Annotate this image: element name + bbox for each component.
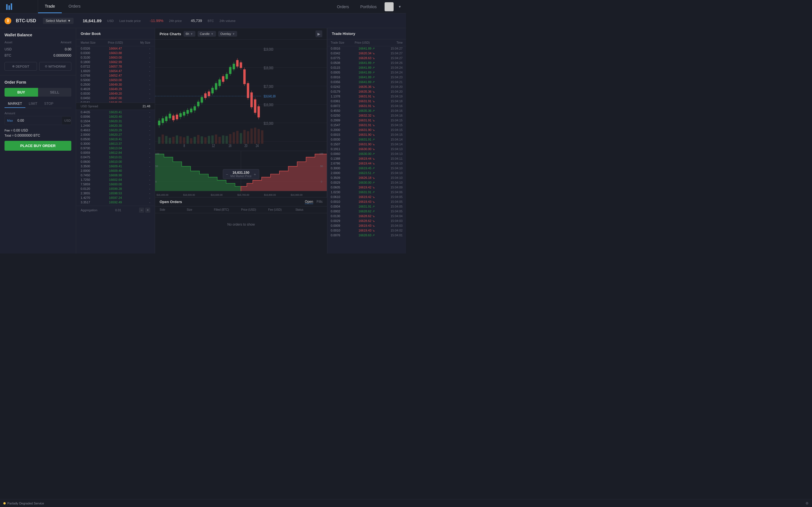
aggregation-increase-button[interactable]: +	[145, 208, 150, 213]
list-item: 0.300016619.45 ↗15:04:10	[327, 166, 406, 171]
table-row[interactable]: 1.427016597.24-	[76, 195, 155, 200]
list-item: 0.150716631.90 ↘15:04:14	[327, 142, 406, 147]
wallet-row-btc: BTC 0.00000000	[4, 52, 71, 59]
chevron-down-icon[interactable]: ▼	[398, 5, 402, 9]
timeframe-selector[interactable]: 6h ▼	[184, 31, 195, 37]
depth-minus-button[interactable]: −	[226, 172, 228, 176]
nav-orders-button[interactable]: Orders	[334, 4, 352, 9]
table-row[interactable]: 0.970016613.04-	[76, 146, 155, 151]
svg-rect-34	[247, 131, 249, 144]
table-row[interactable]: 1.692016654.47-	[76, 69, 155, 73]
table-row[interactable]: 0.482816649.29-	[76, 87, 155, 91]
tab-open-orders[interactable]: Open	[305, 200, 313, 204]
svg-rect-16	[183, 137, 185, 144]
table-row[interactable]: 0.250016649.30-	[76, 82, 155, 87]
list-item: 0.138816619.44 ↘15:04:11	[327, 156, 406, 161]
wallet-row-usd: USD 0.00	[4, 46, 71, 52]
table-row[interactable]: 0.003016649.20-	[76, 91, 155, 96]
svg-rect-29	[229, 134, 232, 144]
charts-orders-area: Price Charts 6h ▼ Candle ▼ Overlay ▼ ▶	[155, 28, 327, 253]
table-row[interactable]: 0.466316620.29-	[76, 128, 155, 132]
buy-button[interactable]: BUY	[4, 88, 38, 97]
table-row[interactable]: 2.000016620.27-	[76, 132, 155, 137]
svg-rect-62	[197, 102, 199, 106]
list-item: 1.023016631.91 ↗15:04:06	[327, 190, 406, 194]
list-item: 0.001016619.43 ↘15:04:02	[327, 228, 406, 233]
svg-rect-9	[158, 137, 160, 144]
user-avatar[interactable]	[385, 2, 394, 11]
select-market-button[interactable]: Select Market ▼	[43, 18, 73, 24]
wallet-title: Wallet Balance	[4, 33, 71, 37]
table-row[interactable]: 0.745016608.90-	[76, 173, 155, 177]
table-row[interactable]: 2.000016609.40-	[76, 168, 155, 173]
tab-stop[interactable]: STOP	[41, 100, 57, 108]
svg-rect-90	[247, 83, 249, 98]
chart-expand-button[interactable]: ▶	[315, 31, 322, 37]
table-row[interactable]: 0.443516620.41-	[76, 110, 155, 114]
table-row[interactable]: 0.076816652.47-	[76, 73, 155, 78]
svg-rect-64	[201, 97, 203, 103]
svg-rect-12	[168, 138, 171, 144]
table-row[interactable]: 0.012016599.28-	[76, 186, 155, 191]
order-book-panel: Order Book Market Size Price (USD) My Si…	[76, 28, 155, 253]
table-row[interactable]: 3.350016609.41-	[76, 164, 155, 168]
list-item: 0.036116631.91 ↘15:04:18	[327, 99, 406, 104]
withdraw-button[interactable]: ⊙ WITHDRAW	[39, 62, 71, 71]
table-row[interactable]: 0.310016663.00-	[76, 55, 155, 60]
tab-limit[interactable]: LIMIT	[26, 100, 41, 108]
svg-rect-32	[240, 133, 242, 144]
list-item: 0.002916630.00 ↗15:04:10	[327, 180, 406, 185]
nav-portfolios-button[interactable]: Portfolios	[357, 4, 380, 9]
depth-plus-button[interactable]: +	[254, 172, 256, 176]
sell-button[interactable]: SELL	[38, 88, 71, 97]
table-row[interactable]: 0.150416620.31-	[76, 119, 155, 123]
list-item: 1.137816631.91 ↘15:04:19	[327, 94, 406, 99]
table-row[interactable]: 0.300016613.37-	[76, 142, 155, 146]
table-row[interactable]: 1.725016602.64-	[76, 177, 155, 182]
overlay-selector[interactable]: Overlay ▼	[218, 31, 238, 37]
chart-type-selector[interactable]: Candle ▼	[198, 31, 216, 37]
wallet-asset-header: Asset	[4, 41, 12, 44]
oo-col-filled: Filled (BTC)	[214, 208, 241, 211]
aggregation-row: Aggregation 0.01 − +	[76, 206, 155, 214]
svg-rect-36	[254, 128, 256, 144]
table-row[interactable]: 0.500016650.00-	[76, 78, 155, 82]
tab-fills[interactable]: Fills	[317, 200, 322, 204]
table-row[interactable]: 0.050016619.41-	[76, 137, 155, 142]
price-chart-area: $19,000 $18,000 $17,000 $16,641.89 $16,0…	[155, 40, 327, 151]
table-row[interactable]: 0.016116646.99-	[76, 100, 155, 103]
nav-tab-trade[interactable]: Trade	[38, 0, 62, 13]
svg-rect-24	[211, 135, 214, 144]
svg-rect-25	[215, 135, 217, 144]
table-row[interactable]: 3.351716592.49-	[76, 200, 155, 205]
table-row[interactable]: 0.060016610.00-	[76, 159, 155, 164]
table-row[interactable]: 0.005916612.84-	[76, 151, 155, 155]
table-row[interactable]: 0.180016662.99-	[76, 60, 155, 64]
table-row[interactable]: 1.249016620.30-	[76, 123, 155, 128]
list-item: 0.002916628.62 ↘15:04:03	[327, 219, 406, 223]
table-row[interactable]: 0.045016647.00-	[76, 96, 155, 100]
table-row[interactable]: 7.585916600.00-	[76, 182, 155, 186]
table-row[interactable]: 0.030016663.88-	[76, 51, 155, 55]
svg-rect-15	[179, 136, 182, 144]
svg-rect-27	[222, 135, 224, 144]
max-link[interactable]: Max	[5, 117, 15, 124]
table-row[interactable]: 0.032616664.47-	[76, 46, 155, 51]
trade-history-rows: 0.001616641.89 ↗15:04:27 0.034216620.34 …	[327, 46, 406, 253]
deposit-button[interactable]: ⊕ DEPOSIT	[4, 62, 37, 71]
tab-market[interactable]: MARKET	[4, 100, 26, 108]
amount-input[interactable]	[15, 116, 62, 125]
svg-rect-21	[201, 136, 203, 144]
nav-tab-orders[interactable]: Orders	[62, 0, 87, 13]
svg-rect-2	[11, 3, 12, 10]
svg-rect-26	[218, 137, 221, 144]
aggregation-decrease-button[interactable]: −	[139, 208, 144, 213]
amount-input-row: Max USD	[4, 116, 71, 125]
table-row[interactable]: 0.047516610.01-	[76, 155, 155, 159]
table-row[interactable]: 0.100016590.00-	[76, 205, 155, 206]
place-buy-order-button[interactable]: PLACE BUY ORDER	[4, 141, 71, 151]
table-row[interactable]: 0.009616620.40-	[76, 114, 155, 119]
table-row[interactable]: 2.385516598.53-	[76, 191, 155, 195]
list-item: 0.000516641.89 ↗15:04:24	[327, 70, 406, 75]
table-row[interactable]: 0.072216657.78-	[76, 64, 155, 69]
